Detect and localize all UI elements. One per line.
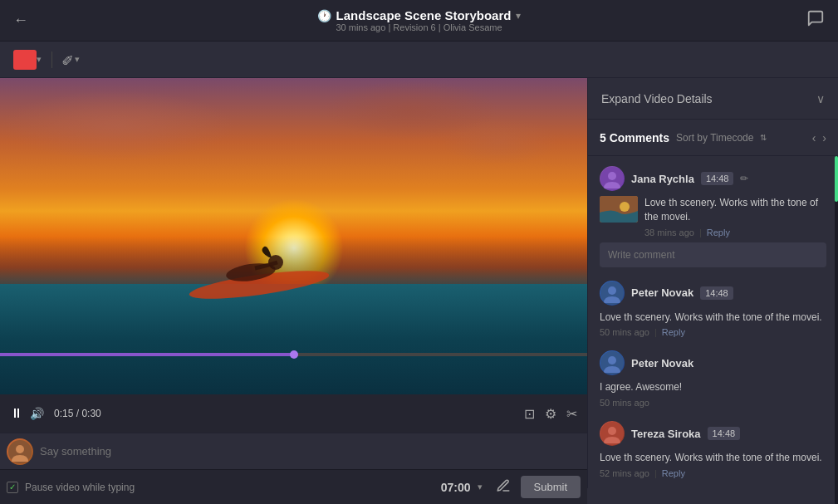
avatar (600, 166, 625, 191)
sort-arrows-icon[interactable]: ⇅ (760, 133, 767, 142)
comment-meta: 50 mins ago | Reply (600, 327, 826, 337)
svg-point-6 (608, 172, 616, 180)
toolbar: ▾ ✏ ▾ (0, 42, 838, 78)
edit-comment-icon[interactable]: ✏ (740, 173, 748, 184)
progress-bar-container[interactable] (0, 353, 587, 356)
write-comment-field[interactable] (600, 242, 826, 267)
sort-label[interactable]: Sort by Timecode (676, 132, 753, 144)
comment-timecode: 14:48 (700, 286, 733, 300)
chat-button[interactable] (806, 9, 825, 32)
pause-button[interactable]: ⏸ (10, 406, 23, 421)
expand-label: Expand Video Details (601, 92, 713, 105)
crop-icon[interactable]: ✂ (566, 406, 577, 422)
comment-header: Peter Novak (600, 350, 826, 375)
time-ago: 50 mins ago (600, 398, 649, 408)
comment-input-bar (0, 433, 587, 469)
settings-icon[interactable]: ⚙ (545, 406, 556, 422)
video-scene (0, 78, 587, 394)
title-chevron-icon[interactable]: ▾ (516, 10, 521, 22)
header-left: ← (13, 12, 28, 29)
pause-label: Pause video while typing (25, 482, 135, 493)
reply-link[interactable]: Reply (662, 327, 685, 337)
comment-text-block: Love th scenery. Works with the tone of … (600, 311, 826, 338)
reply-link[interactable]: Reply (707, 228, 730, 237)
fullscreen-icon[interactable]: ⊡ (524, 406, 535, 422)
svg-point-4 (16, 445, 24, 453)
project-title: Landscape Scene Storyboard (336, 8, 512, 22)
expand-chevron-icon[interactable]: ∨ (816, 92, 825, 105)
bottom-bar: ✓ Pause video while typing 07:00 ▾ Submi… (0, 469, 587, 504)
time-display: 0:15 / 0:30 (54, 408, 101, 419)
comment-item: Jana Rychla 14:48 ✏ Love th scenery. Wor… (600, 166, 826, 267)
time-ago: 52 mins ago (600, 468, 649, 478)
sidebar-wrapper: Expand Video Details ∨ 5 Comments Sort b… (587, 78, 838, 504)
scrollbar-track (835, 156, 838, 504)
time-ago: 50 mins ago (600, 327, 649, 337)
comment-item: Peter Novak I agree. Awesome! 50 mins ag… (600, 350, 826, 408)
progress-marker (290, 350, 298, 359)
comment-item: Tereza Siroka 14:48 Love th scenery. Wor… (600, 421, 826, 478)
sidebar: Expand Video Details ∨ 5 Comments Sort b… (587, 78, 838, 488)
title-row: 🕐 Landscape Scene Storyboard ▾ (317, 8, 522, 22)
time-ago: 38 mins ago (644, 228, 694, 237)
comment-timecode: 14:48 (708, 427, 741, 440)
main-content: ⏸ 🔊 0:15 / 0:30 ⊡ ⚙ ✂ (0, 78, 838, 504)
next-comment-button[interactable]: › (822, 131, 826, 144)
color-swatch[interactable] (13, 50, 37, 70)
user-avatar (7, 438, 33, 465)
brush-icon[interactable]: ✏ (57, 48, 79, 70)
header-center: 🕐 Landscape Scene Storyboard ▾ 30 mins a… (317, 8, 522, 32)
svg-point-12 (608, 356, 616, 365)
comment-body: I agree. Awesome! 50 mins ago (600, 380, 826, 408)
commenter-name: Tereza Siroka (631, 428, 701, 440)
timecode-input[interactable]: 07:00 (441, 481, 471, 494)
submit-button[interactable]: Submit (521, 476, 581, 498)
comment-meta: 38 mins ago | Reply (644, 228, 826, 237)
comment-header: Jana Rychla 14:48 ✏ (600, 166, 826, 191)
controls-right: ⊡ ⚙ ✂ (524, 406, 577, 422)
nav-arrows: ‹ › (812, 131, 826, 144)
comments-list: Jana Rychla 14:48 ✏ Love th scenery. Wor… (588, 156, 838, 488)
comment-text: I agree. Awesome! (600, 380, 826, 394)
pause-checkbox[interactable]: ✓ (7, 482, 18, 493)
comment-item: Peter Novak 14:48 Love th scenery. Works… (600, 281, 826, 338)
top-header: ← 🕐 Landscape Scene Storyboard ▾ 30 mins… (0, 0, 838, 42)
sidebar-header: Expand Video Details ∨ (588, 78, 838, 120)
pen-icon[interactable] (496, 478, 511, 497)
comment-body: Love th scenery. Works with the tone of … (600, 451, 826, 478)
svg-point-14 (608, 427, 616, 435)
prev-comment-button[interactable]: ‹ (812, 131, 816, 144)
comment-input-field[interactable] (40, 445, 581, 458)
commenter-name: Peter Novak (631, 357, 693, 369)
color-dropdown-arrow[interactable]: ▾ (37, 54, 42, 65)
avatar (600, 350, 625, 375)
commenter-name: Peter Novak (631, 286, 693, 299)
scrollbar-thumb[interactable] (835, 156, 838, 202)
comment-meta: 52 mins ago | Reply (600, 468, 826, 478)
comment-header: Tereza Siroka 14:48 (600, 421, 826, 446)
video-controls: ⏸ 🔊 0:15 / 0:30 ⊡ ⚙ ✂ (0, 394, 587, 433)
comments-toolbar: 5 Comments Sort by Timecode ⇅ ‹ › (588, 120, 838, 156)
comment-text: Love th scenery. Works with the tone of … (600, 451, 826, 465)
comment-text-block: I agree. Awesome! 50 mins ago (600, 380, 826, 408)
volume-button[interactable]: 🔊 (30, 407, 44, 420)
comment-body: Love th scenery. Works with the tone of … (600, 196, 826, 237)
clock-icon: 🕐 (317, 9, 331, 22)
avatar (600, 281, 625, 306)
comment-thumbnail (600, 196, 638, 223)
back-button[interactable]: ← (13, 12, 28, 29)
comment-text: Love th scenery. Works with the tone of … (600, 311, 826, 325)
timecode-chevron[interactable]: ▾ (478, 482, 483, 492)
avatar (600, 421, 625, 446)
reply-link[interactable]: Reply (662, 468, 685, 478)
toolbar-divider (51, 51, 52, 68)
comment-header: Peter Novak 14:48 (600, 281, 826, 306)
svg-point-10 (608, 286, 616, 295)
video-container[interactable] (0, 78, 587, 394)
svg-point-8 (620, 202, 630, 212)
header-subtitle: 30 mins ago | Revision 6 | Olivia Sesame (336, 22, 502, 32)
commenter-name: Jana Rychla (631, 173, 694, 185)
comment-body: Love th scenery. Works with the tone of … (600, 311, 826, 338)
progress-bar-fill (0, 353, 294, 356)
comment-timecode: 14:48 (701, 172, 734, 185)
